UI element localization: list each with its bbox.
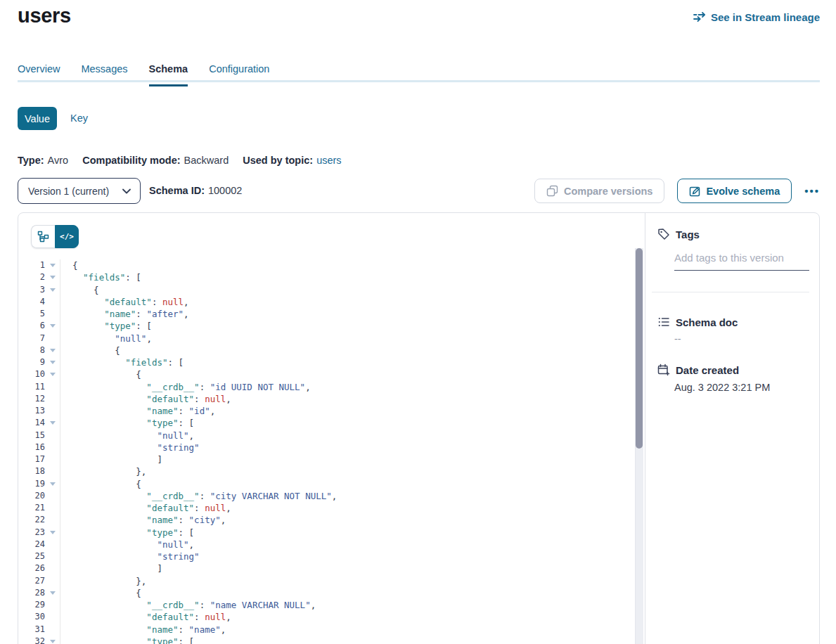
fold-toggle-icon[interactable]	[45, 284, 60, 296]
line-number: 13	[18, 405, 45, 417]
value-toggle-button[interactable]: Value	[18, 107, 57, 130]
compare-versions-icon	[546, 185, 558, 197]
list-icon	[657, 316, 670, 328]
fold-spacer	[45, 308, 60, 320]
fold-spacer	[45, 393, 60, 405]
code-text: },	[60, 465, 146, 477]
stream-lineage-icon	[693, 11, 706, 23]
type-value: Avro	[48, 155, 69, 166]
fold-toggle-icon[interactable]	[45, 368, 60, 380]
line-number: 24	[18, 539, 45, 550]
type-label: Type:	[18, 155, 44, 166]
code-line: 5 "name": "after",	[18, 308, 635, 320]
code-text: "name": "after",	[60, 308, 189, 320]
fold-spacer	[45, 550, 60, 562]
editor-scrollbar-thumb[interactable]	[636, 248, 643, 449]
code-text: {	[60, 344, 120, 356]
code-view-button[interactable]: </>	[55, 225, 79, 248]
line-number: 27	[18, 575, 45, 587]
code-text: "type": [	[60, 320, 152, 332]
schema-id-field: Schema ID:100002	[149, 178, 242, 204]
fold-spacer	[45, 514, 60, 526]
fold-spacer	[45, 296, 60, 308]
fold-toggle-icon[interactable]	[45, 320, 60, 332]
code-text: {	[60, 284, 99, 296]
compare-versions-button[interactable]: Compare versions	[534, 179, 665, 203]
line-number: 5	[18, 308, 45, 320]
fold-toggle-icon[interactable]	[45, 527, 60, 539]
editor-view-toggle: </>	[31, 225, 79, 248]
tree-view-button[interactable]	[31, 225, 55, 248]
code-line: 21 "default": null,	[18, 502, 635, 514]
fold-toggle-icon[interactable]	[45, 356, 60, 368]
tab-messages[interactable]: Messages	[81, 63, 127, 86]
code-text: "default": null,	[60, 296, 189, 308]
line-number: 14	[18, 417, 45, 429]
code-line: 10 {	[18, 368, 635, 380]
fold-toggle-icon[interactable]	[45, 636, 60, 644]
fold-toggle-icon[interactable]	[45, 271, 60, 283]
line-number: 23	[18, 527, 45, 539]
fold-toggle-icon[interactable]	[45, 587, 60, 599]
fold-spacer	[45, 465, 60, 477]
tab-configuration[interactable]: Configuration	[209, 63, 269, 86]
code-text: {	[60, 478, 141, 490]
code-line: 25 "string"	[18, 550, 635, 562]
code-text: ]	[60, 453, 162, 465]
code-text: "name": "id",	[60, 405, 215, 417]
code-line: 26 ]	[18, 562, 635, 574]
code-line: 3 {	[18, 284, 635, 296]
line-number: 3	[18, 284, 45, 296]
tab-overview[interactable]: Overview	[18, 63, 60, 86]
evolve-schema-label: Evolve schema	[706, 186, 780, 197]
code-line: 24 "null",	[18, 539, 635, 550]
fold-toggle-icon[interactable]	[45, 344, 60, 356]
line-number: 11	[18, 381, 45, 393]
schema-id-label: Schema ID:	[149, 185, 205, 196]
line-number: 10	[18, 368, 45, 380]
see-in-stream-lineage-link[interactable]: See in Stream lineage	[693, 11, 820, 23]
code-line: 16 "string"	[18, 442, 635, 453]
fold-toggle-icon[interactable]	[45, 417, 60, 429]
sidebar-divider	[652, 292, 809, 292]
code-text: "string"	[60, 442, 200, 453]
fold-toggle-icon[interactable]	[45, 478, 60, 490]
line-number: 4	[18, 296, 45, 308]
fold-spacer	[45, 611, 60, 623]
schema-doc-value: --	[674, 333, 681, 344]
fold-spacer	[45, 599, 60, 611]
line-number: 6	[18, 320, 45, 332]
line-number: 29	[18, 599, 45, 611]
code-line: 4 "default": null,	[18, 296, 635, 308]
code-line: 31 "name": "name",	[18, 624, 635, 636]
code-line: 6 "type": [	[18, 320, 635, 332]
line-number: 15	[18, 430, 45, 442]
line-number: 30	[18, 611, 45, 623]
version-dropdown-value: Version 1 (current)	[28, 186, 109, 197]
more-options-button[interactable]: •••	[804, 185, 820, 197]
fold-spacer	[45, 453, 60, 465]
used-by-topic-link[interactable]: users	[316, 155, 341, 166]
code-text: {	[60, 368, 141, 380]
json-editor[interactable]: 1{2 "fields": [3 {4 "default": null,5 "n…	[18, 259, 635, 644]
line-number: 26	[18, 562, 45, 574]
version-dropdown[interactable]: Version 1 (current)	[18, 178, 141, 204]
code-text: "default": null,	[60, 393, 231, 405]
fold-spacer	[45, 539, 60, 550]
evolve-schema-button[interactable]: Evolve schema	[677, 179, 792, 203]
code-line: 13 "name": "id",	[18, 405, 635, 417]
line-number: 9	[18, 356, 45, 368]
key-toggle-link[interactable]: Key	[70, 107, 88, 130]
schema-panel: </> 1{2 "fields": [3 {4 "default": null,…	[18, 212, 820, 644]
code-text: "__crdb__": "name VARCHAR NULL",	[60, 599, 316, 611]
fold-toggle-icon[interactable]	[45, 259, 60, 271]
tags-section-header: Tags	[657, 228, 700, 240]
tab-schema[interactable]: Schema	[149, 63, 188, 86]
code-line: 28 {	[18, 587, 635, 599]
schema-code-area[interactable]: </> 1{2 "fields": [3 {4 "default": null,…	[18, 213, 645, 644]
code-line: 23 "type": [	[18, 527, 635, 539]
line-number: 2	[18, 271, 45, 283]
tree-view-icon	[37, 231, 49, 243]
code-line: 32 "type": [	[18, 636, 635, 644]
add-tags-input[interactable]	[674, 252, 809, 271]
